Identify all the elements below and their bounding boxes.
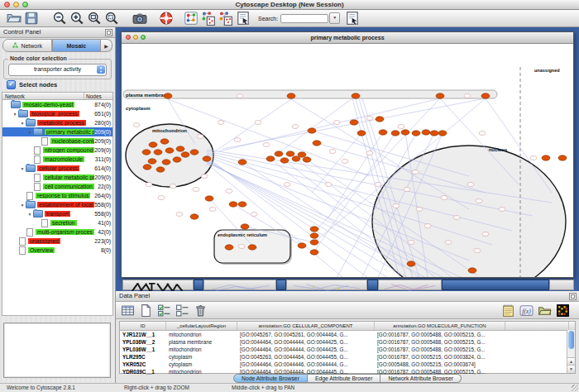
network-node[interactable] (263, 143, 270, 147)
tree-item-response-to-stimulus[interactable]: response to stimulus264(0) (2, 191, 112, 200)
tree-item-multi-organism-proces[interactable]: multi-organism proces42(0) (2, 227, 112, 237)
network-node-selected-attribute[interactable] (238, 160, 246, 165)
network-graph[interactable]: plasma membranecytoplasmmitochondrionnuc… (122, 44, 573, 277)
network-node[interactable] (441, 196, 447, 200)
network-window-titlebar[interactable]: primary metabolic process (122, 32, 573, 44)
network-node-selected-attribute[interactable] (205, 196, 213, 201)
zoom-selected-icon[interactable] (104, 11, 119, 26)
expander-triangle-icon[interactable]: ▼ (26, 130, 33, 135)
network-node-selected-attribute[interactable] (173, 157, 181, 162)
table-row-ykr052c[interactable]: YKR052Ccytoplasm[GO:0044464, GO:0044446,… (120, 361, 575, 368)
network-node[interactable] (255, 121, 261, 125)
network-node-selected-attribute[interactable] (225, 245, 233, 250)
network-edge[interactable] (270, 96, 356, 159)
network-node[interactable] (234, 138, 241, 142)
network-node[interactable] (238, 245, 245, 249)
tree-item-macromolecule[interactable]: macromolecule311(0) (2, 155, 112, 164)
network-node-selected-attribute[interactable] (203, 156, 211, 161)
network-node[interactable] (218, 121, 224, 125)
network-node[interactable] (499, 208, 505, 212)
background-window-fragment[interactable] (549, 280, 574, 290)
network-node[interactable] (424, 224, 431, 228)
network-node-selected-attribute[interactable] (176, 146, 184, 151)
network-node-selected-attribute[interactable] (407, 261, 415, 266)
save-icon[interactable] (24, 11, 39, 26)
help-icon[interactable] (159, 11, 174, 26)
network-node-selected-attribute[interactable] (238, 202, 246, 207)
expander-triangle-icon[interactable]: ▼ (19, 166, 26, 171)
network-node[interactable] (393, 204, 400, 208)
network-node-selected-attribute[interactable] (266, 156, 275, 161)
float-panel-icon[interactable] (105, 29, 112, 36)
expander-triangle-icon[interactable]: ▼ (19, 121, 26, 126)
network-node[interactable] (197, 135, 203, 139)
network-node[interactable] (251, 213, 257, 217)
network-node[interactable] (416, 208, 423, 212)
background-window-fragment[interactable] (203, 280, 276, 290)
network-node-selected-attribute[interactable] (292, 156, 300, 161)
network-node[interactable] (474, 249, 481, 253)
network-node[interactable] (342, 160, 348, 164)
network-node-selected-attribute[interactable] (352, 93, 360, 98)
network-node-selected-attribute[interactable] (190, 214, 199, 219)
network-overview-icon[interactable] (184, 11, 199, 26)
tab-edge-attribute-browser[interactable]: Edge Attribute Browser (308, 374, 381, 383)
network-node-selected-attribute[interactable] (160, 139, 169, 144)
expander-triangle-icon[interactable]: ▼ (19, 203, 26, 208)
network-node-selected-attribute[interactable] (287, 93, 295, 98)
scroll-down-icon[interactable]: ▼ (567, 365, 575, 373)
network-maximize-button[interactable] (141, 35, 146, 40)
table-vertical-scrollbar[interactable]: ▲ ▼ (567, 330, 575, 373)
tab-node-attribute-browser[interactable]: Node Attribute Browser (233, 374, 308, 383)
tab-mosaic[interactable]: Mosaic (52, 39, 102, 52)
network-node-selected-attribute[interactable] (310, 227, 318, 232)
network-node-selected-attribute[interactable] (248, 245, 256, 250)
network-edge[interactable] (213, 99, 291, 153)
network-node-selected-attribute[interactable] (542, 155, 550, 160)
background-window-fragment[interactable] (442, 280, 549, 290)
column-header-annotation-go-cellular-component[interactable]: annotation.GO CELLULAR_COMPONENT (237, 322, 375, 330)
column-header-id[interactable]: ID (120, 322, 166, 330)
network-node-selected-attribute[interactable] (310, 250, 318, 255)
network-node[interactable] (325, 183, 332, 187)
network-node[interactable] (375, 183, 381, 187)
tree-item-overview[interactable]: Overview8(0) (2, 246, 112, 255)
tree-item-cellular-metabolic-proc[interactable]: cellular metabolic proc209(0) (2, 173, 112, 182)
network-node-selected-attribute[interactable] (310, 233, 318, 238)
network-node-selected-attribute[interactable] (438, 131, 447, 136)
tree-column-nodes[interactable]: Nodes (84, 93, 112, 99)
tree-item-nucleobase-containing[interactable]: nucleobase-containing209(0) (2, 136, 112, 146)
zoom-fit-icon[interactable] (87, 11, 102, 26)
tree-item-unassigned[interactable]: unassigned223(0) (2, 237, 112, 246)
network-node[interactable] (464, 94, 471, 98)
network-node-selected-attribute[interactable] (481, 93, 490, 98)
network-node-selected-attribute[interactable] (190, 150, 199, 155)
network-node[interactable] (193, 188, 199, 192)
network-close-button[interactable] (126, 35, 131, 40)
tree-item-biological-process[interactable]: ▼biological_process651(0) (2, 109, 112, 118)
network-node-selected-attribute[interactable] (241, 224, 249, 229)
network-node[interactable] (158, 196, 165, 200)
table-row-ypl036w__2[interactable]: YPL036W__2plasma membrane[GO:0044464, GO… (120, 338, 575, 346)
column-header-annotation-go-molecular-function[interactable]: annotation.GO MOLECULAR_FUNCTION (375, 322, 505, 330)
tree-item-mosaic-demo-yeast[interactable]: mosaic-demo-yeast874(0) (2, 100, 112, 109)
network-node[interactable] (482, 232, 489, 237)
network-node-selected-attribute[interactable] (313, 141, 321, 146)
network-node-selected-attribute[interactable] (379, 130, 387, 135)
tree-item-establishment-of-local[interactable]: ▼establishment of local558(0) (2, 200, 112, 209)
network-node-selected-attribute[interactable] (280, 158, 289, 163)
network-node[interactable] (445, 241, 452, 245)
network-node[interactable] (133, 123, 140, 127)
background-window-fragment[interactable] (122, 280, 194, 290)
new-attribute-icon[interactable] (139, 304, 153, 318)
open-folder-icon[interactable] (7, 11, 22, 26)
network-node-selected-attribute[interactable] (286, 151, 294, 156)
search-input[interactable] (280, 14, 328, 23)
network-node-selected-attribute[interactable] (401, 130, 409, 135)
network-node[interactable] (170, 184, 176, 189)
resize-grip[interactable] (572, 385, 578, 391)
attribute-matrix-icon[interactable] (556, 304, 570, 318)
network-node-selected-attribute[interactable] (142, 150, 151, 155)
network-node[interactable] (237, 94, 243, 98)
tree-item-primary-metabolic-proc[interactable]: ▼primary metabolic proc209(0) (2, 127, 112, 136)
